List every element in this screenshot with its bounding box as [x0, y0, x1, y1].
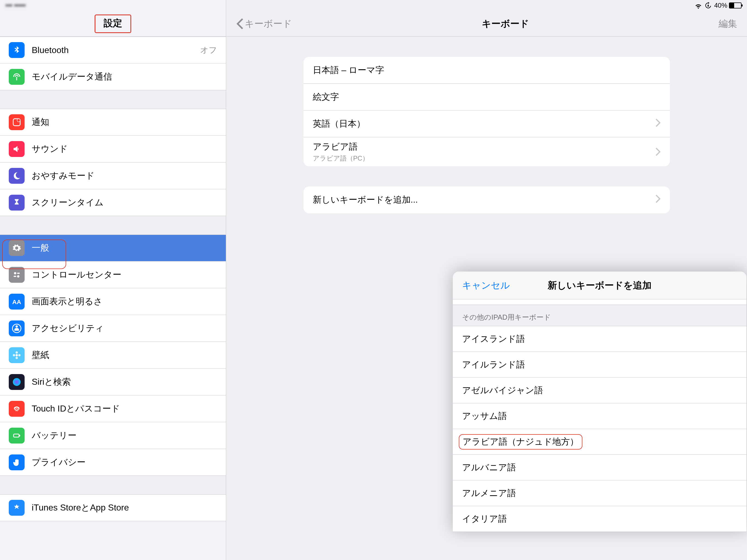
main-header: キーボード キーボード 編集 — [226, 11, 747, 36]
battery-percent: 40% — [714, 2, 727, 9]
sidebar-item-aa[interactable]: AA画面表示と明るさ — [0, 288, 226, 315]
sidebar-item-appstore[interactable]: iTunes StoreとApp Store — [0, 494, 226, 521]
svg-point-9 — [16, 354, 18, 356]
svg-point-14 — [13, 378, 21, 385]
svg-rect-15 — [14, 434, 19, 437]
sidebar-item-label: プライバシー — [32, 456, 85, 468]
sidebar-item-antenna[interactable]: モバイルデータ通信 — [0, 63, 226, 90]
keyboard-option-row[interactable]: アルメニア語 — [453, 480, 746, 506]
sidebar-item-value: オフ — [200, 45, 217, 56]
sidebar-item-battery[interactable]: バッテリー — [0, 422, 226, 449]
keyboard-settings-main: キーボード キーボード 編集 日本語 – ローマ字絵文字英語（日本）アラビア語ア… — [226, 0, 747, 560]
fingerprint-icon — [9, 401, 25, 417]
keyboard-option-label: アゼルバイジャン語 — [462, 384, 543, 397]
sidebar-item-person[interactable]: アクセシビリティ — [0, 315, 226, 342]
chevron-right-icon — [656, 119, 661, 129]
sidebar-item-switches[interactable]: コントロールセンター — [0, 261, 226, 288]
sidebar-item-gear[interactable]: 一般 — [0, 235, 226, 261]
keyboard-option-label: アイルランド語 — [462, 359, 525, 371]
sidebar-item-label: Bluetooth — [32, 45, 69, 55]
keyboard-option-row[interactable]: アイルランド語 — [453, 352, 746, 378]
keyboard-option-label: アラビア語（ナジュド地方） — [459, 434, 583, 450]
sidebar-item-label: 画面表示と明るさ — [32, 296, 103, 308]
keyboard-option-label: アルメニア語 — [462, 487, 516, 499]
chevron-left-icon — [236, 18, 243, 29]
sidebar-item-fingerprint[interactable]: Touch IDとパスコード — [0, 396, 226, 422]
chevron-right-icon — [656, 195, 661, 205]
sidebar-item-hourglass[interactable]: スクリーンタイム — [0, 189, 226, 216]
keyboard-row[interactable]: 絵文字 — [304, 84, 670, 110]
modal-title: 新しいキーボードを追加 — [548, 279, 651, 292]
status-bar: ••• ••••• 40% — [0, 0, 747, 11]
keyboard-option-row[interactable]: アゼルバイジャン語 — [453, 378, 746, 403]
sidebar-item-label: スクリーンタイム — [32, 197, 104, 209]
sidebar-item-flower[interactable]: 壁紙 — [0, 342, 226, 368]
aa-icon: AA — [9, 294, 25, 309]
sidebar-item-bluetooth[interactable]: Bluetoothオフ — [0, 36, 226, 63]
keyboard-row[interactable]: 日本語 – ローマ字 — [304, 57, 670, 84]
sidebar-item-siri[interactable]: Siriと検索 — [0, 368, 226, 396]
keyboard-row[interactable]: アラビア語アラビア語（PC） — [304, 137, 670, 166]
sidebar-item-moon[interactable]: おやすみモード — [0, 162, 226, 189]
speaker-icon — [9, 141, 25, 157]
keyboard-option-row[interactable]: アッサム語 — [453, 403, 746, 429]
svg-point-2 — [14, 272, 17, 275]
svg-rect-5 — [14, 276, 17, 277]
cancel-button[interactable]: キャンセル — [462, 279, 510, 292]
svg-point-7 — [16, 325, 18, 328]
keyboard-list: 日本語 – ローマ字絵文字英語（日本）アラビア語アラビア語（PC） — [304, 57, 670, 166]
bluetooth-icon — [9, 42, 25, 58]
appstore-icon — [9, 500, 25, 516]
sidebar-item-label: Touch IDとパスコード — [32, 403, 120, 415]
sidebar-item-label: サウンド — [32, 143, 68, 155]
battery-icon — [9, 428, 25, 443]
keyboard-option-row[interactable]: アルバニア語 — [453, 455, 746, 480]
keyboard-label: 日本語 – ローマ字 — [313, 64, 384, 76]
person-icon — [9, 321, 25, 336]
carrier-label: ••• ••••• — [5, 2, 26, 9]
add-keyboard-label: 新しいキーボードを追加... — [313, 194, 418, 206]
flower-icon — [9, 347, 25, 363]
sidebar-item-hand[interactable]: プライバシー — [0, 449, 226, 476]
switches-icon — [9, 267, 25, 283]
modal-section-header: その他のIPAD用キーボード — [453, 305, 746, 326]
edit-button[interactable]: 編集 — [719, 18, 737, 30]
sidebar-item-label: iTunes StoreとApp Store — [32, 502, 129, 514]
svg-text:AA: AA — [12, 298, 21, 305]
back-label: キーボード — [245, 18, 292, 30]
back-button[interactable]: キーボード — [236, 18, 292, 30]
svg-point-1 — [17, 119, 20, 122]
modal-header: キャンセル 新しいキーボードを追加 — [453, 272, 746, 299]
add-keyboard-row[interactable]: 新しいキーボードを追加... — [304, 186, 670, 213]
add-keyboard-card: 新しいキーボードを追加... — [304, 186, 670, 213]
svg-point-10 — [16, 351, 18, 354]
keyboard-option-row[interactable]: イタリア語 — [453, 506, 746, 532]
sidebar-item-label: 通知 — [32, 116, 49, 128]
keyboard-option-label: イタリア語 — [462, 513, 507, 525]
svg-point-11 — [16, 357, 18, 359]
keyboard-option-label: アイスランド語 — [462, 333, 525, 345]
sidebar-header: 設定 — [0, 11, 226, 36]
sidebar-item-label: 壁紙 — [32, 349, 49, 361]
sidebar-item-label: おやすみモード — [32, 170, 95, 182]
svg-point-12 — [13, 354, 15, 356]
svg-point-4 — [17, 275, 19, 278]
sidebar-item-label: アクセシビリティ — [32, 322, 104, 334]
svg-point-13 — [18, 354, 21, 356]
sidebar-item-label: コントロールセンター — [32, 269, 121, 281]
sidebar-item-notification[interactable]: 通知 — [0, 109, 226, 136]
keyboard-label: アラビア語 — [313, 141, 358, 153]
moon-icon — [9, 168, 25, 184]
battery-indicator: 40% — [714, 2, 742, 9]
keyboard-label: 絵文字 — [313, 91, 339, 103]
keyboard-option-row[interactable]: アイスランド語 — [453, 326, 746, 352]
keyboard-option-row[interactable]: アラビア語（ナジュド地方） — [453, 429, 746, 455]
status-icons: 40% — [695, 2, 742, 9]
sidebar-item-speaker[interactable]: サウンド — [0, 136, 226, 162]
chevron-right-icon — [656, 148, 661, 158]
siri-icon — [9, 374, 25, 390]
wifi-icon — [695, 2, 702, 9]
keyboard-row[interactable]: 英語（日本） — [304, 110, 670, 137]
antenna-icon — [9, 69, 25, 85]
settings-sidebar: 設定 Bluetoothオフモバイルデータ通信 通知サウンドおやすみモードスクリ… — [0, 0, 226, 560]
